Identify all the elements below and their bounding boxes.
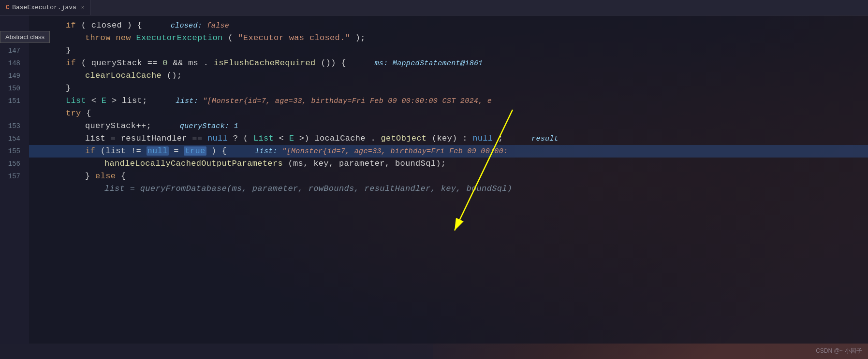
- ln-blank1: [0, 19, 24, 32]
- file-tab[interactable]: C BaseExecutor.java ×: [0, 0, 90, 15]
- kw-new: new: [116, 33, 131, 43]
- code-line-150: }: [29, 82, 868, 95]
- code-area: ▼ 146 147 ▼ 148 149 150 151 153 154 ▼ 15…: [0, 15, 868, 344]
- code-line-154: list = resultHandler == null ? ( List < …: [29, 132, 868, 145]
- ln-154: 154: [0, 132, 24, 145]
- debug-list-155: list: "[Monster{id=7, age=33, birthday=F…: [241, 147, 508, 156]
- code-line-157: } else {: [29, 170, 868, 183]
- ln-153: 153: [0, 120, 24, 132]
- code-line-148: if ( queryStack == 0 && ms . isFlushCach…: [29, 57, 868, 70]
- ln-155: ▼ 155: [0, 145, 24, 158]
- ln-148: ▼ 148: [0, 57, 24, 70]
- code-line-151: List < E > list; list: "[Monster{id=7, a…: [29, 95, 868, 107]
- ln-151: 151: [0, 95, 24, 107]
- debug-list-151: list: "[Monster{id=7, age=33, birthday=F…: [162, 97, 492, 105]
- code-line-147: }: [29, 44, 868, 57]
- debug-ms: ms: MappedStatement@1861: [361, 59, 483, 68]
- tab-filename: BaseExecutor.java: [12, 4, 76, 11]
- type-executor-exc: ExecutorException: [136, 33, 222, 43]
- line-numbers: ▼ 146 147 ▼ 148 149 150 151 153 154 ▼ 15…: [0, 15, 29, 344]
- kw-if-155: if: [85, 146, 95, 156]
- true-highlight: true: [184, 146, 206, 156]
- ln-152: [0, 107, 24, 120]
- ln-150: 150: [0, 82, 24, 95]
- ln-147: 147: [0, 44, 24, 57]
- code-line-try: try {: [29, 107, 868, 120]
- ln-157: 157: [0, 170, 24, 183]
- file-type-icon: C: [6, 4, 9, 11]
- debug-querystack: queryStack: 1: [166, 122, 238, 130]
- watermark: CSDN @~ 小园子: [816, 347, 862, 355]
- code-line-149: clearLocalCache ();: [29, 70, 868, 82]
- code-line-153: queryStack++; queryStack: 1: [29, 120, 868, 132]
- kw-else: else: [95, 172, 116, 181]
- code-content: if ( closed ) { closed: false throw new: [29, 15, 868, 344]
- ln-149: 149: [0, 70, 24, 82]
- code-line-155: if (list != null = true ) { list: "[Mons…: [29, 145, 868, 158]
- tooltip-label: Abstract class: [5, 33, 44, 41]
- kw-try: try: [66, 109, 81, 118]
- abstract-class-tooltip: Abstract class: [0, 31, 50, 43]
- kw-throw: throw: [85, 33, 111, 43]
- code-line-if-closed: if ( closed ) { closed: false: [29, 19, 868, 32]
- code-line-156: handleLocallyCachedOutputParameters (ms,…: [29, 158, 868, 170]
- tab-close-button[interactable]: ×: [81, 5, 85, 11]
- ln-blank2: [0, 183, 24, 195]
- null-highlight: null: [147, 146, 169, 156]
- tab-bar: C BaseExecutor.java ×: [0, 0, 868, 15]
- kw-if: if: [66, 21, 76, 30]
- editor-container: C BaseExecutor.java × Abstract class ▼ 1…: [0, 0, 868, 359]
- comment-query-db: list = queryFromDatabase(ms, parameter, …: [104, 184, 512, 193]
- code-line-query-db: list = queryFromDatabase(ms, parameter, …: [29, 183, 868, 195]
- str-closed: "Executor was closed.": [238, 33, 350, 43]
- ln-156: 156: [0, 158, 24, 170]
- code-line-146: throw new ExecutorException ( "Executor …: [29, 32, 868, 44]
- debug-result154: result: [518, 135, 559, 143]
- kw-if2: if: [66, 58, 76, 68]
- debug-closed: closed: false: [157, 22, 229, 30]
